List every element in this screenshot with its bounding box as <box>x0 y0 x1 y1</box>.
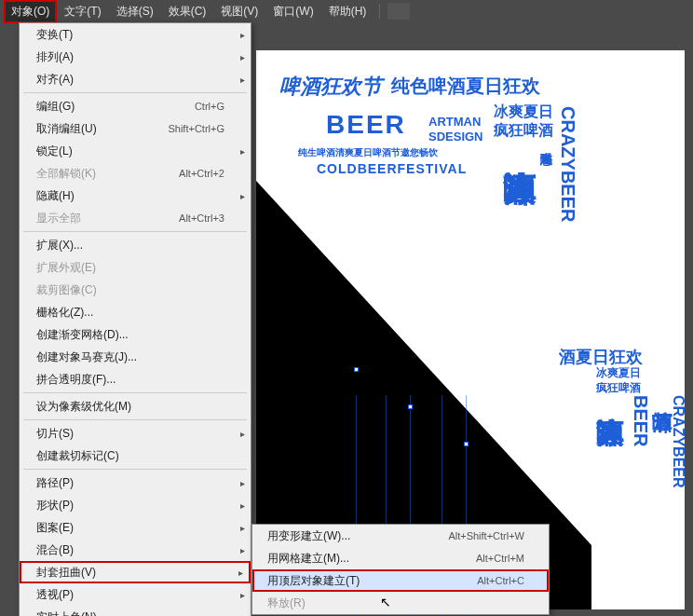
menu-item[interactable]: 设为像素级优化(M) <box>20 395 251 418</box>
menu-label: 混合(B) <box>36 542 74 558</box>
menu-item[interactable]: 隐藏(H) <box>20 185 251 207</box>
menu-item[interactable]: 图案(E) <box>20 516 251 539</box>
menu-item[interactable]: 编组(G)Ctrl+G <box>20 95 251 117</box>
menu-select[interactable]: 选择(S) <box>109 0 161 23</box>
menu-item[interactable]: 栅格化(Z)... <box>20 301 251 323</box>
handle[interactable] <box>354 367 359 372</box>
art-text: 纯生啤酒清爽夏日啤酒节邀您畅饮 <box>298 148 438 157</box>
menu-label: 隐藏(H) <box>36 188 75 204</box>
submenu-item[interactable]: 用顶层对象建立(T)Alt+Ctrl+C <box>252 569 549 592</box>
art-text: CRAZYBEER <box>671 395 686 488</box>
menu-item[interactable]: 取消编组(U)Shift+Ctrl+G <box>20 117 251 140</box>
separator <box>23 231 247 232</box>
menu-item[interactable]: 创建裁切标记(C) <box>20 445 251 467</box>
menu-view[interactable]: 视图(V) <box>213 0 265 23</box>
menu-label: 切片(S) <box>36 426 74 442</box>
art-text: BEER <box>632 395 650 447</box>
envelope-distort-submenu: 用变形建立(W)...Alt+Shift+Ctrl+W用网格建立(M)...Al… <box>251 524 550 615</box>
menu-label: 取消编组(U) <box>36 121 97 137</box>
submenu-item[interactable]: 用变形建立(W)...Alt+Shift+Ctrl+W <box>252 525 549 547</box>
menu-label: 创建对象马赛克(J)... <box>36 349 137 365</box>
object-menu-dropdown: 变换(T)排列(A)对齐(A)编组(G)Ctrl+G取消编组(U)Shift+C… <box>19 22 251 616</box>
shortcut: Alt+Shift+Ctrl+W <box>448 530 524 541</box>
art-text: CRAZYBEER <box>559 106 578 222</box>
art-text: 冰爽夏日 <box>494 104 553 119</box>
menu-item[interactable]: 拼合透明度(F)... <box>20 368 251 390</box>
separator <box>23 392 247 393</box>
submenu-label: 用变形建立(W)... <box>267 528 350 544</box>
submenu-label: 用网格建立(M)... <box>267 551 349 567</box>
menu-label: 实时上色(N) <box>36 609 97 617</box>
handle[interactable] <box>464 442 469 446</box>
menu-label: 创建裁切标记(C) <box>36 448 119 464</box>
menu-label: 形状(P) <box>36 498 74 513</box>
menu-item: 显示全部Alt+Ctrl+3 <box>20 207 251 229</box>
cursor-icon: ↖ <box>380 595 391 609</box>
menu-label: 扩展外观(E) <box>36 260 96 276</box>
submenu-label: 用顶层对象建立(T) <box>267 573 360 589</box>
menu-help[interactable]: 帮助(H) <box>321 0 374 23</box>
art-text: COLDBEERFESTIVAL <box>317 162 467 175</box>
submenu-item: 释放(R) <box>252 592 549 614</box>
menu-label: 扩展(X)... <box>36 238 83 253</box>
menu-item[interactable]: 排列(A) <box>20 46 251 68</box>
menu-label: 裁剪图像(C) <box>36 282 97 298</box>
menu-item[interactable]: 路径(P) <box>20 472 251 494</box>
menu-item[interactable]: 透视(P) <box>20 583 251 606</box>
menu-label: 封套扭曲(V) <box>36 565 96 581</box>
menu-label: 变换(T) <box>36 27 73 43</box>
shortcut: Alt+Ctrl+C <box>477 575 524 586</box>
menu-item[interactable]: 形状(P) <box>20 494 251 516</box>
art-text: 啤酒狂欢节 <box>279 76 382 97</box>
submenu-item[interactable]: 用网格建立(M)...Alt+Ctrl+M <box>252 547 549 569</box>
menu-item[interactable]: 实时上色(N) <box>20 606 251 616</box>
menu-label: 显示全部 <box>36 211 81 226</box>
menu-effect[interactable]: 效果(C) <box>161 0 214 23</box>
art-text: 疯狂啤酒 <box>596 382 641 393</box>
menu-label: 栅格化(Z)... <box>36 305 93 321</box>
shortcut: Alt+Ctrl+M <box>476 553 524 564</box>
shortcut: Alt+Ctrl+2 <box>179 168 224 179</box>
menu-label: 路径(P) <box>36 475 74 491</box>
menu-item[interactable]: 切片(S) <box>20 422 251 445</box>
art-text: ARTMAN <box>428 116 481 128</box>
menu-label: 全部解锁(K) <box>36 166 96 182</box>
art-text: 疯狂啤酒 <box>494 123 553 138</box>
menu-label: 对齐(A) <box>36 72 74 88</box>
menu-label: 创建渐变网格(D)... <box>36 327 129 343</box>
menu-item: 全部解锁(K)Alt+Ctrl+2 <box>20 162 251 185</box>
menu-label: 排列(A) <box>36 49 74 65</box>
menu-item[interactable]: 创建渐变网格(D)... <box>20 323 251 346</box>
menu-label: 拼合透明度(F)... <box>36 372 116 388</box>
menu-text[interactable]: 文字(T) <box>57 0 108 23</box>
menu-item[interactable]: 封套扭曲(V) <box>20 561 251 583</box>
shortcut: Ctrl+G <box>195 101 224 112</box>
menu-label: 透视(P) <box>36 587 74 603</box>
menu-item[interactable]: 创建对象马赛克(J)... <box>20 346 251 368</box>
menu-object[interactable]: 对象(O) <box>4 0 57 23</box>
menu-item[interactable]: 变换(T) <box>20 23 251 46</box>
menu-item: 裁剪图像(C) <box>20 279 251 301</box>
artboard-right <box>591 50 685 609</box>
separator <box>23 92 247 93</box>
shortcut: Shift+Ctrl+G <box>168 123 224 134</box>
art-text: 酒夏日狂欢 <box>559 349 643 365</box>
menu-item[interactable]: 对齐(A) <box>20 68 251 90</box>
menu-item[interactable]: 锁定(L) <box>20 140 251 162</box>
art-text: BEER <box>326 112 406 138</box>
post-button[interactable] <box>387 3 410 20</box>
menu-item[interactable]: 扩展(X)... <box>20 234 251 256</box>
menu-label: 设为像素级优化(M) <box>36 399 131 415</box>
menu-label: 图案(E) <box>36 520 74 536</box>
handle[interactable] <box>408 404 413 409</box>
menu-window[interactable]: 窗口(W) <box>265 0 320 23</box>
menu-item: 扩展外观(E) <box>20 256 251 279</box>
separator <box>23 469 247 470</box>
menubar: 对象(O) 文字(T) 选择(S) 效果(C) 视图(V) 窗口(W) 帮助(H… <box>0 0 693 22</box>
menu-label: 编组(G) <box>36 99 75 115</box>
divider <box>379 4 380 19</box>
menu-item[interactable]: 混合(B) <box>20 539 251 561</box>
art-text: 纯色啤酒夏日狂欢 <box>391 76 540 95</box>
shortcut: Alt+Ctrl+3 <box>179 212 224 224</box>
menu-label: 锁定(L) <box>36 144 73 159</box>
